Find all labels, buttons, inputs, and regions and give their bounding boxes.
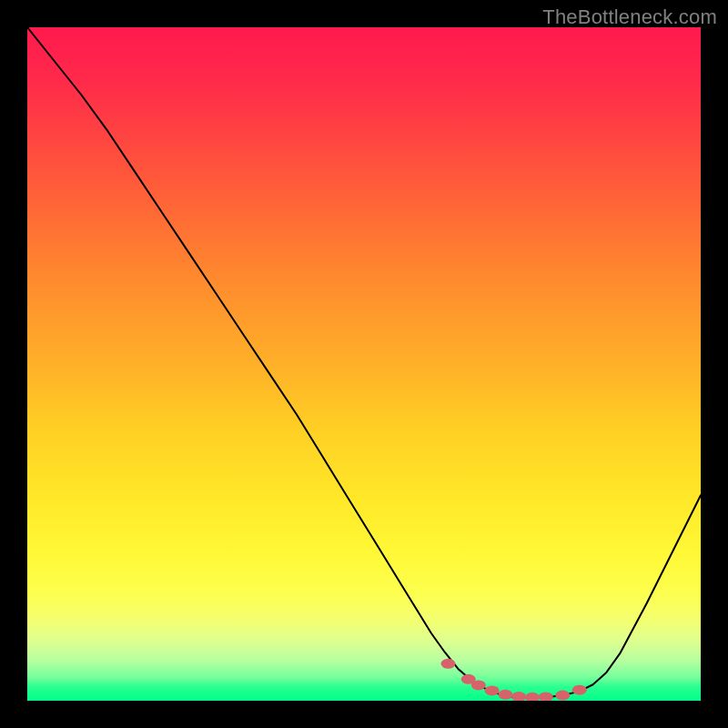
chart-marker (555, 691, 570, 701)
chart-marker (441, 659, 456, 669)
chart-svg-overlay (27, 27, 701, 701)
watermark-text: TheBottleneck.com (542, 5, 717, 29)
chart-marker-group (441, 659, 587, 701)
chart-marker (572, 685, 587, 695)
chart-marker (511, 692, 526, 701)
chart-marker (471, 680, 486, 690)
chart-plot-area (27, 27, 701, 701)
chart-marker (498, 690, 512, 700)
chart-marker (485, 685, 500, 695)
chart-curve (27, 27, 701, 697)
chart-marker (525, 693, 540, 701)
chart-marker (539, 692, 553, 701)
